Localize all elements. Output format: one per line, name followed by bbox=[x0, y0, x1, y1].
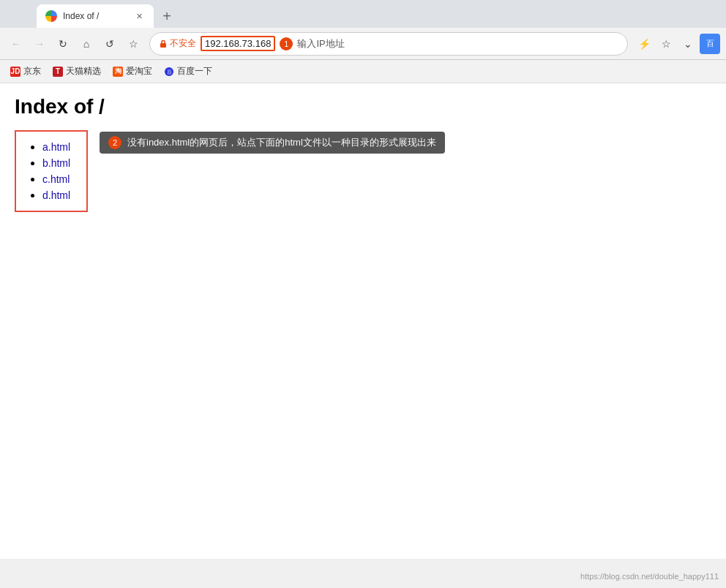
tab-title: Index of / bbox=[63, 11, 127, 21]
list-item: d.html bbox=[42, 189, 75, 202]
list-item: b.html bbox=[42, 157, 75, 170]
jd-icon: JD bbox=[10, 67, 20, 77]
active-tab[interactable]: Index of / ✕ bbox=[37, 4, 154, 28]
bookmarks-bar: JD 京东 T 天猫精选 淘 爱淘宝 百 百度一下 bbox=[0, 60, 726, 83]
svg-rect-0 bbox=[160, 43, 166, 48]
history-button[interactable]: ↺ bbox=[100, 34, 120, 54]
ip-input-placeholder: 输入IP地址 bbox=[297, 37, 618, 50]
new-tab-button[interactable]: + bbox=[157, 6, 177, 26]
list-item: a.html bbox=[42, 140, 75, 154]
bookmark-baidu[interactable]: 百 百度一下 bbox=[160, 64, 217, 79]
forward-button[interactable]: → bbox=[29, 34, 50, 54]
file-link-a[interactable]: a.html bbox=[42, 141, 70, 153]
tmall-icon: T bbox=[53, 67, 63, 77]
svg-text:百: 百 bbox=[167, 69, 172, 75]
tooltip-text: 没有index.html的网页后，站点下面的html文件以一种目录的形式展现出来 bbox=[127, 136, 436, 149]
url-display: 192.168.73.168 bbox=[201, 36, 275, 51]
file-link-b[interactable]: b.html bbox=[42, 157, 70, 169]
baidu-icon: 百 bbox=[164, 67, 174, 77]
bookmark-jd[interactable]: JD 京东 bbox=[6, 64, 45, 79]
lightning-button[interactable]: ⚡ bbox=[634, 34, 654, 54]
toolbar-icons: ⚡ ☆ ⌄ 百 bbox=[634, 34, 720, 54]
file-list: a.html b.html c.html d.html bbox=[28, 140, 75, 202]
bookmark-tmall[interactable]: T 天猫精选 bbox=[48, 64, 105, 79]
tooltip-badge: 2 bbox=[108, 136, 121, 149]
more-button[interactable]: ⌄ bbox=[678, 34, 698, 54]
page-title: Index of / bbox=[15, 95, 711, 118]
tab-bar: Index of / ✕ + bbox=[0, 0, 726, 28]
tooltip-box: 2 没有index.html的网页后，站点下面的html文件以一种目录的形式展现… bbox=[100, 132, 445, 154]
file-link-d[interactable]: d.html bbox=[42, 189, 70, 201]
back-button[interactable]: ← bbox=[6, 34, 26, 54]
reload-button[interactable]: ↻ bbox=[53, 34, 73, 54]
tab-favicon bbox=[45, 10, 57, 22]
tab-close-button[interactable]: ✕ bbox=[133, 10, 145, 22]
taobao-icon: 淘 bbox=[113, 67, 123, 77]
content-area: a.html b.html c.html d.html 2 没有index.ht… bbox=[15, 130, 711, 212]
home-button[interactable]: ⌂ bbox=[76, 34, 97, 54]
star-button[interactable]: ☆ bbox=[656, 34, 676, 54]
toolbar: ← → ↻ ⌂ ↺ ☆ 不安全 192.168.73.168 1 输入IP地址 … bbox=[0, 28, 726, 60]
file-list-box: a.html b.html c.html d.html bbox=[15, 130, 88, 212]
lock-icon bbox=[159, 39, 168, 48]
address-bar[interactable]: 不安全 192.168.73.168 1 输入IP地址 bbox=[149, 32, 628, 56]
browser-window: Index of / ✕ + ← → ↻ ⌂ ↺ ☆ 不安全 192.168.7… bbox=[0, 0, 726, 559]
profile-button[interactable]: 百 bbox=[700, 34, 720, 54]
file-link-c[interactable]: c.html bbox=[42, 173, 70, 185]
list-item: c.html bbox=[42, 173, 75, 186]
page-content: Index of / a.html b.html c.html d.html bbox=[0, 83, 726, 559]
bookmark-button[interactable]: ☆ bbox=[123, 34, 143, 54]
notification-badge: 1 bbox=[280, 37, 293, 50]
bookmark-taobao[interactable]: 淘 爱淘宝 bbox=[108, 64, 157, 79]
insecure-badge: 不安全 bbox=[159, 37, 196, 50]
